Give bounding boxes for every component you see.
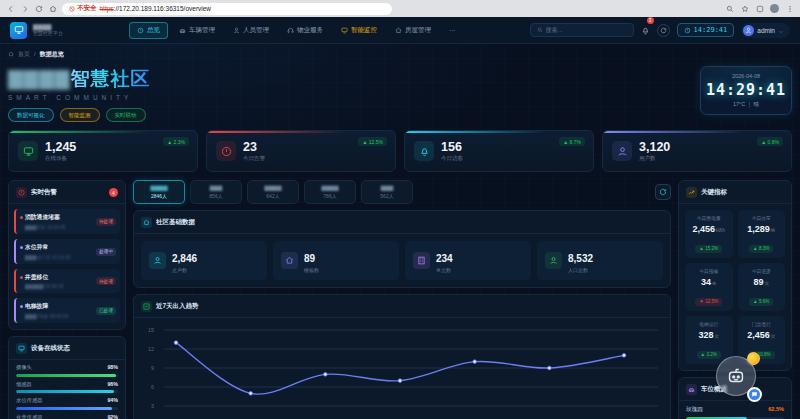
clock-icon [684, 27, 691, 34]
chart-icon [141, 301, 152, 312]
chevron-down-icon [778, 21, 784, 39]
monitor-icon [16, 343, 27, 354]
browser-menu-icon[interactable] [785, 4, 794, 13]
user-avatar [743, 25, 754, 36]
clock-card: 2026-04-08 14:29:41 17°C ｜ 晴 [700, 66, 792, 115]
global-search[interactable] [530, 23, 634, 37]
delta-badge: ▼ 12.5% [695, 298, 722, 306]
alerts-title: 实时告警 [31, 188, 57, 197]
app-subtitle: 智慧社区平台 [33, 31, 63, 37]
app-name: ▇▇▇▇ [33, 24, 63, 31]
line-chart-svg: 1512963 [140, 322, 664, 419]
stat-card-online-devices[interactable]: 1,245在线设备 ▲ 2.3% [8, 130, 198, 172]
not-secure-warning[interactable]: 不安全 [69, 4, 97, 13]
browser-profile-avatar[interactable] [770, 4, 779, 13]
browser-back-icon[interactable] [6, 4, 15, 13]
device-row: 摄像头98% [9, 360, 125, 377]
browser-chrome: 不安全 https://172.20.189.116:36315/overvie… [0, 0, 800, 17]
community-data-title: 社区基础数据 [156, 218, 195, 227]
extensions-icon[interactable] [755, 4, 764, 13]
browser-search-icon[interactable] [725, 4, 734, 13]
alert-item[interactable]: 消防通道堵塞▇▇▇车库 10:23:45 待处理 [14, 209, 120, 234]
address-bar[interactable]: 不安全 https://172.20.189.116:36315/overvie… [62, 3, 392, 15]
clock-date: 2026-04-08 [705, 73, 787, 79]
alert-item[interactable]: 井盖移位▇▇▇▇▇ 09:58:18 待处理 [14, 269, 120, 293]
browser-home-icon[interactable] [48, 4, 57, 13]
device-row: 水位传感器94% [9, 393, 125, 410]
bookmark-star-icon[interactable] [740, 4, 749, 13]
kpi-patrols: 今日巡逻 89次 ▲ 5.6% [738, 263, 786, 311]
user-icon [612, 141, 632, 161]
community-data-panel: 社区基础数据 2,846总户数 89楼栋数 234单 [133, 210, 671, 288]
nav-item-people[interactable]: 人员管理 [226, 23, 276, 38]
device-status-title: 设备在线状态 [31, 344, 70, 353]
stat-card-alarms[interactable]: 23今日告警 ▲ 12.5% [206, 130, 396, 172]
building-tab[interactable]: ▇▇▇ 856人 [190, 180, 242, 204]
tabs-refresh-button[interactable] [655, 184, 671, 200]
device-status-panel: 设备在线状态 摄像头98% 烟感器96% 水位传感器94% [8, 336, 126, 419]
home-icon [281, 252, 298, 269]
svg-text:15: 15 [148, 327, 154, 333]
browser-forward-icon[interactable] [20, 4, 29, 13]
nav-item-property[interactable]: 物业服务 [280, 23, 330, 38]
building-tab[interactable]: ▇▇▇▇ 642人 [247, 180, 299, 204]
kpi-panel: 关键指标 今日用电量 2,456kWh ▲ 15.2% 今日停车 1,289辆 … [678, 180, 792, 371]
delta-badge: ▲ 12.5% [358, 137, 387, 146]
nav-item-housing[interactable]: 房屋管理 [388, 23, 438, 38]
nav-item-more[interactable]: ··· [442, 24, 463, 37]
user-menu[interactable]: admin [741, 23, 790, 38]
nav-item-overview[interactable]: 总览 [129, 22, 168, 39]
hero-badges: 数据可视化 智能监测 实时联动 [8, 108, 150, 122]
user-icon [545, 252, 562, 269]
kpi-electricity: 今日用电量 2,456kWh ▲ 15.2% [685, 210, 733, 258]
badge-realtime: 实时联动 [106, 108, 146, 122]
page-title: ▇▇▇▇ 智慧社区 [8, 66, 150, 92]
bell-icon [414, 141, 434, 161]
building-tab[interactable]: ▇▇▇▇ 2846人 [133, 180, 185, 204]
alert-dot [20, 216, 23, 219]
delta-badge: ▲ 8.3% [749, 245, 773, 253]
badge-visualization: 数据可视化 [8, 108, 54, 122]
svg-text:9: 9 [151, 365, 154, 371]
app-navbar: ▇▇▇▇ 智慧社区平台 总览 车辆管理 人员管理 物业服务 智能监控 房屋管理 [0, 17, 800, 44]
community-stat-units: 234单元数 [405, 241, 531, 280]
middle-column: ▇▇▇▇ 2846人 ▇▇▇ 856人 ▇▇▇▇ 642人 ▇▇▇▇ 786人 [133, 180, 671, 419]
svg-text:6: 6 [151, 384, 154, 390]
alert-item[interactable]: 电梯故障▇▇▇2号楼 09:42:05 已处理 [14, 298, 120, 323]
community-stat-households: 2,846总户数 [141, 241, 267, 280]
breadcrumb-home[interactable]: 首页 [18, 50, 30, 59]
nav-item-monitoring[interactable]: 智能监控 [334, 23, 384, 38]
app-logo[interactable] [10, 22, 27, 39]
breadcrumb: 首页 / 数据总览 [8, 48, 792, 60]
assistant-chat-badge[interactable] [747, 387, 762, 402]
trend-line-chart: 1512963 [140, 322, 664, 419]
nav-item-vehicles[interactable]: 车辆管理 [172, 23, 222, 38]
device-row: 烟感器96% [9, 377, 125, 394]
svg-text:3: 3 [151, 403, 154, 409]
main-grid: 实时告警 4 消防通道堵塞▇▇▇车库 10:23:45 待处理 水位异常▇▇▇地… [8, 180, 792, 419]
clock-time: 14:29:41 [705, 81, 787, 99]
building-tab[interactable]: ▇▇▇ 562人 [361, 180, 413, 204]
alert-dot [20, 276, 23, 279]
device-row: 井盖传感器92% [9, 410, 125, 419]
kpi-repairs: 今日报修 34单 ▼ 12.5% [685, 263, 733, 311]
notification-bell-icon[interactable]: 3 [641, 21, 650, 39]
browser-reload-icon[interactable] [34, 4, 43, 13]
search-input[interactable] [546, 27, 627, 33]
refresh-button[interactable] [657, 24, 670, 37]
assistant-widget[interactable] [712, 352, 768, 404]
building-tabs: ▇▇▇▇ 2846人 ▇▇▇ 856人 ▇▇▇▇ 642人 ▇▇▇▇ 786人 [133, 180, 671, 204]
delta-badge: ▲ 2.3% [163, 137, 189, 146]
main-menu: 总览 车辆管理 人员管理 物业服务 智能监控 房屋管理 ··· [129, 22, 463, 39]
building-tab[interactable]: ▇▇▇▇ 786人 [304, 180, 356, 204]
alert-item[interactable]: 水位异常▇▇▇地下室 10:15:32 处理中 [14, 239, 120, 264]
svg-text:12: 12 [148, 346, 154, 352]
user-name: admin [757, 27, 775, 34]
alerts-panel: 实时告警 4 消防通道堵塞▇▇▇车库 10:23:45 待处理 水位异常▇▇▇地… [8, 180, 126, 330]
alerts-count-badge: 4 [109, 188, 118, 197]
stat-card-users[interactable]: 3,120用户数 ▲ 0.8% [602, 130, 792, 172]
stat-card-visitors[interactable]: 156今日访客 ▲ 8.7% [404, 130, 594, 172]
clock-weather: 17°C ｜ 晴 [705, 101, 787, 108]
car-icon [686, 384, 697, 395]
kpi-parking: 今日停车 1,289辆 ▲ 8.3% [738, 210, 786, 258]
